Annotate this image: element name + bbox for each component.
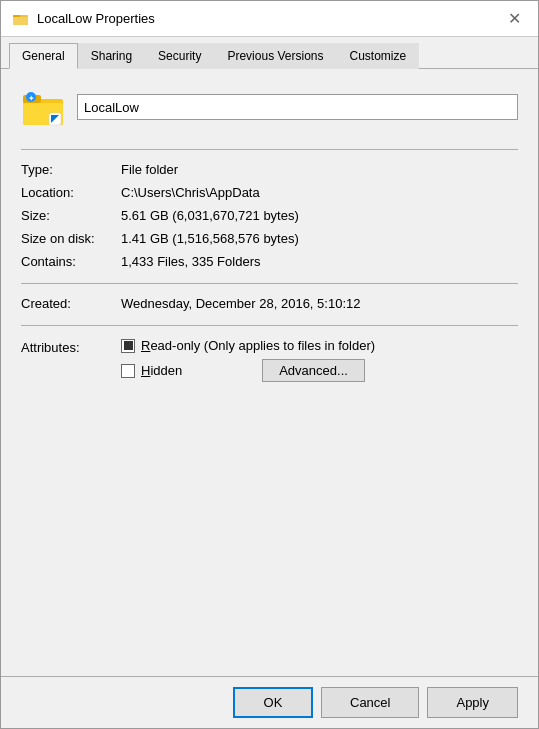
- location-label: Location:: [21, 181, 121, 204]
- svg-rect-2: [13, 17, 28, 25]
- contains-value: 1,433 Files, 335 Folders: [121, 250, 518, 273]
- hidden-label: Hidden: [141, 363, 182, 378]
- created-row: Created: Wednesday, December 28, 2016, 5…: [21, 292, 518, 315]
- tab-sharing[interactable]: Sharing: [78, 43, 145, 69]
- size-on-disk-row: Size on disk: 1.41 GB (1,516,568,576 byt…: [21, 227, 518, 250]
- divider-1: [21, 149, 518, 150]
- attributes-label: Attributes:: [21, 334, 121, 386]
- tab-bar: General Sharing Security Previous Versio…: [1, 37, 538, 69]
- attributes-controls: Read-only (Only applies to files in fold…: [121, 334, 518, 386]
- attributes-table: Attributes: Read-only (Only applies to f…: [21, 334, 518, 386]
- ok-button[interactable]: OK: [233, 687, 313, 718]
- tab-security[interactable]: Security: [145, 43, 214, 69]
- content-area: ✦ Type: File folder Location: C:\Users\C…: [1, 69, 538, 676]
- folder-large-icon: ✦: [21, 85, 65, 129]
- contains-row: Contains: 1,433 Files, 335 Folders: [21, 250, 518, 273]
- type-label: Type:: [21, 158, 121, 181]
- svg-text:✦: ✦: [28, 94, 35, 103]
- properties-table: Type: File folder Location: C:\Users\Chr…: [21, 158, 518, 273]
- tab-customize[interactable]: Customize: [336, 43, 419, 69]
- close-button[interactable]: ✕: [502, 7, 526, 31]
- title-bar-folder-icon: [13, 11, 29, 27]
- divider-3: [21, 325, 518, 326]
- cancel-button[interactable]: Cancel: [321, 687, 419, 718]
- title-bar: LocalLow Properties ✕: [1, 1, 538, 37]
- size-on-disk-label: Size on disk:: [21, 227, 121, 250]
- location-row: Location: C:\Users\Chris\AppData: [21, 181, 518, 204]
- type-row: Type: File folder: [21, 158, 518, 181]
- readonly-label: Read-only (Only applies to files in fold…: [141, 338, 375, 353]
- size-on-disk-value: 1.41 GB (1,516,568,576 bytes): [121, 227, 518, 250]
- properties-window: LocalLow Properties ✕ General Sharing Se…: [0, 0, 539, 729]
- apply-button[interactable]: Apply: [427, 687, 518, 718]
- contains-label: Contains:: [21, 250, 121, 273]
- hidden-checkbox[interactable]: [121, 364, 135, 378]
- button-bar: OK Cancel Apply: [1, 676, 538, 728]
- folder-name-input[interactable]: [77, 94, 518, 120]
- created-table: Created: Wednesday, December 28, 2016, 5…: [21, 292, 518, 315]
- header-section: ✦: [21, 85, 518, 129]
- created-value: Wednesday, December 28, 2016, 5:10:12: [121, 292, 518, 315]
- location-value: C:\Users\Chris\AppData: [121, 181, 518, 204]
- window-title: LocalLow Properties: [37, 11, 155, 26]
- tab-previous-versions[interactable]: Previous Versions: [214, 43, 336, 69]
- size-value: 5.61 GB (6,031,670,721 bytes): [121, 204, 518, 227]
- size-row: Size: 5.61 GB (6,031,670,721 bytes): [21, 204, 518, 227]
- tab-general[interactable]: General: [9, 43, 78, 69]
- created-label: Created:: [21, 292, 121, 315]
- readonly-checkbox[interactable]: [121, 339, 135, 353]
- folder-icon-wrap: ✦: [21, 85, 65, 129]
- hidden-wrap: Hidden: [121, 363, 182, 378]
- type-value: File folder: [121, 158, 518, 181]
- attributes-row: Attributes: Read-only (Only applies to f…: [21, 334, 518, 386]
- divider-2: [21, 283, 518, 284]
- hidden-row: Hidden Advanced...: [121, 359, 518, 382]
- readonly-wrap: Read-only (Only applies to files in fold…: [121, 338, 518, 353]
- advanced-button[interactable]: Advanced...: [262, 359, 365, 382]
- title-bar-left: LocalLow Properties: [13, 11, 155, 27]
- size-label: Size:: [21, 204, 121, 227]
